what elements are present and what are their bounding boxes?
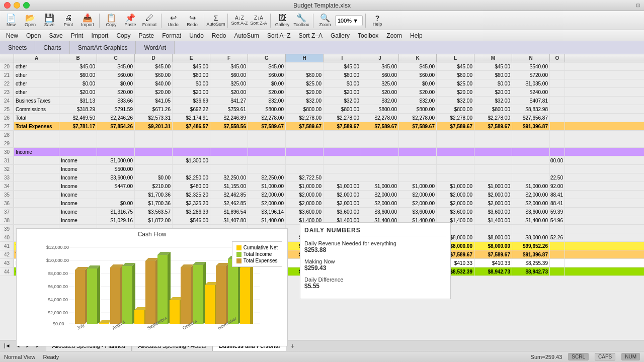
- cell[interactable]: [512, 139, 550, 147]
- menu-toolbox[interactable]: Toolbox: [354, 31, 382, 40]
- cell[interactable]: $60.00: [210, 71, 248, 79]
- cell[interactable]: $60.00: [248, 71, 286, 79]
- cell[interactable]: $800.00: [361, 105, 399, 113]
- cell[interactable]: [512, 165, 550, 173]
- cell[interactable]: [248, 131, 286, 139]
- cell[interactable]: [97, 139, 135, 147]
- cell[interactable]: $40.00: [135, 79, 173, 87]
- cell[interactable]: $1,300.00: [173, 156, 210, 164]
- cell[interactable]: $22,488.41: [550, 199, 565, 207]
- cell[interactable]: other: [14, 62, 59, 70]
- cell[interactable]: $546.00: [173, 216, 210, 224]
- cell[interactable]: Income: [59, 191, 97, 199]
- cell[interactable]: $31.13: [59, 97, 97, 105]
- undo-button[interactable]: ↩Undo: [164, 12, 182, 29]
- cell[interactable]: $60.00: [361, 71, 399, 79]
- cell[interactable]: [135, 156, 173, 164]
- cell[interactable]: $25.00: [361, 79, 399, 87]
- cell[interactable]: $8,942.73: [512, 267, 550, 276]
- cell[interactable]: $0.00: [97, 79, 135, 87]
- cell[interactable]: $2,278.00: [286, 114, 324, 122]
- cell[interactable]: $60.00: [324, 71, 361, 79]
- cell[interactable]: $0.00: [173, 79, 210, 87]
- cell[interactable]: $800.00: [474, 105, 512, 113]
- menu-new[interactable]: New: [2, 31, 22, 40]
- cell[interactable]: $45.00: [324, 62, 361, 70]
- cell[interactable]: [512, 148, 550, 156]
- minimize-button[interactable]: [14, 2, 20, 9]
- cell[interactable]: [14, 131, 59, 139]
- table-row[interactable]: 25Commissions$318.29$791.59$671.26$692.2…: [0, 105, 644, 114]
- cell[interactable]: Income: [14, 148, 59, 156]
- cell[interactable]: other: [14, 79, 59, 87]
- cell[interactable]: $1,000.00: [97, 156, 135, 164]
- cell[interactable]: $2,278.00: [324, 114, 361, 122]
- new-button[interactable]: 📄New: [2, 12, 20, 29]
- cell[interactable]: [474, 139, 512, 147]
- cell[interactable]: $480.00: [173, 182, 210, 190]
- cell[interactable]: $32.00: [399, 97, 437, 105]
- cell[interactable]: $3,600.00: [437, 208, 474, 216]
- cell[interactable]: Commissions: [14, 105, 59, 113]
- cell[interactable]: [59, 131, 97, 139]
- cell[interactable]: $60.00: [399, 71, 437, 79]
- scrl-indicator[interactable]: SCRL: [568, 353, 589, 360]
- cell[interactable]: $32.00: [248, 97, 286, 105]
- cell[interactable]: $20.00: [173, 88, 210, 96]
- cell[interactable]: $32.00: [324, 97, 361, 105]
- cell[interactable]: [550, 71, 565, 79]
- tab-sheets[interactable]: Sheets: [0, 41, 35, 54]
- cell[interactable]: [550, 250, 565, 258]
- cell[interactable]: $60.00: [437, 71, 474, 79]
- cell[interactable]: $7,781.17: [59, 122, 97, 130]
- menu-save[interactable]: Save: [45, 31, 66, 40]
- table-row[interactable]: 20other$45.00$45.00$45.00$45.00$45.00$45…: [0, 62, 644, 71]
- cell[interactable]: $7,486.57: [173, 122, 210, 130]
- cell[interactable]: [474, 131, 512, 139]
- cell[interactable]: $7,589.67: [474, 122, 512, 130]
- cell[interactable]: $60.00: [173, 71, 210, 79]
- cell[interactable]: [474, 156, 512, 164]
- cell[interactable]: [474, 225, 512, 233]
- cell[interactable]: $91,396.87: [512, 122, 550, 130]
- cell[interactable]: $20.00: [324, 88, 361, 96]
- menu-format[interactable]: Format: [158, 31, 185, 40]
- cell[interactable]: $2,000.00: [361, 191, 399, 199]
- cell[interactable]: $45.00: [97, 62, 135, 70]
- cell[interactable]: $9,201.31: [135, 122, 173, 130]
- tab-smartart[interactable]: SmartArt Graphics: [70, 41, 136, 54]
- cell[interactable]: $0.00: [248, 79, 286, 87]
- cell[interactable]: $2,000.00: [474, 199, 512, 207]
- cell[interactable]: [210, 165, 248, 173]
- table-row[interactable]: 32Income$500.00: [0, 165, 644, 173]
- cell[interactable]: $2,000.00: [361, 199, 399, 207]
- cell[interactable]: $2,573.31: [135, 114, 173, 122]
- cell[interactable]: $10,822.50: [550, 173, 565, 182]
- cell[interactable]: [324, 131, 361, 139]
- cell[interactable]: $2,000.00: [512, 199, 550, 207]
- cell[interactable]: $45.00: [210, 62, 248, 70]
- cell[interactable]: $0.00: [399, 79, 437, 87]
- cell[interactable]: $45.00: [474, 62, 512, 70]
- cell[interactable]: $2,000.00: [286, 199, 324, 207]
- cell[interactable]: [399, 148, 437, 156]
- table-row[interactable]: 30Income: [0, 148, 644, 156]
- cell[interactable]: [550, 259, 565, 267]
- table-row[interactable]: 31Income$1,000.00$1,300.00$500.00: [0, 156, 644, 165]
- cell[interactable]: $2,325.20: [173, 191, 210, 199]
- cell[interactable]: $8,000.00: [512, 233, 550, 241]
- menu-undo[interactable]: Undo: [185, 31, 208, 40]
- cell[interactable]: $0.00: [474, 79, 512, 87]
- cell[interactable]: $3,600.00: [324, 208, 361, 216]
- cell[interactable]: $2,000.00: [437, 191, 474, 199]
- cell[interactable]: $2,000.00: [248, 191, 286, 199]
- cell[interactable]: $1,700.36: [135, 199, 173, 207]
- cell[interactable]: $20.00: [210, 88, 248, 96]
- cell[interactable]: [135, 139, 173, 147]
- cell[interactable]: [361, 173, 399, 182]
- cell[interactable]: $8,942.73: [474, 267, 512, 276]
- cell[interactable]: $20.00: [59, 88, 97, 96]
- cell[interactable]: $800.00: [248, 105, 286, 113]
- cell[interactable]: [550, 88, 565, 96]
- cell[interactable]: [248, 165, 286, 173]
